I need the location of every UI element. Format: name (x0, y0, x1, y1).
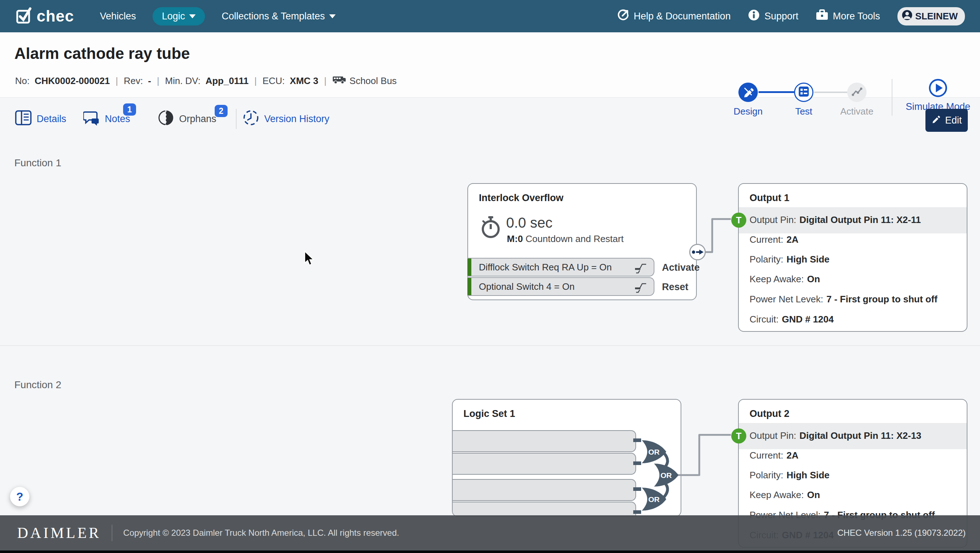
block-title: Interlock Overflow (479, 193, 563, 204)
output-1-block[interactable]: Output 1 T Output Pin:Digital Output Pin… (738, 183, 967, 332)
chec-logo[interactable]: chec (16, 6, 74, 26)
daimler-logo: DAIMLER (17, 524, 101, 542)
help-documentation-link[interactable]: Help & Documentation (617, 9, 730, 24)
footer-divider (111, 524, 112, 541)
block-title: Output 1 (749, 193, 789, 204)
caret-down-icon (189, 14, 196, 18)
condition-role-reset: Reset (662, 282, 689, 293)
stopwatch-icon (480, 215, 501, 240)
polarity-row: Polarity:High Side (749, 470, 830, 481)
orphans-half-circle-icon (158, 110, 174, 129)
user-menu[interactable]: SLEINEW (897, 7, 965, 25)
signal-edge-icon (633, 261, 648, 277)
version-history-clock-icon (243, 110, 259, 129)
tab-details[interactable]: Details (15, 108, 67, 130)
logic-condition-slot[interactable] (452, 453, 636, 475)
output-pin-row: Output Pin:Digital Output Pin 11: X2-11 (749, 214, 921, 226)
logic-condition-slot[interactable] (452, 502, 636, 517)
power-net-level-row: Power Net Levek:7 - First group to shut … (749, 294, 937, 305)
stepper-connector-done (759, 91, 794, 93)
briefcase-icon (816, 10, 829, 23)
or-gate[interactable]: OR (652, 462, 680, 488)
step-label-activate: Activate (832, 106, 882, 117)
svg-text:OR: OR (660, 471, 672, 480)
version-text: CHEC Version 1.25 (19073.2022) (837, 528, 966, 538)
or-gate[interactable]: OR (640, 439, 668, 465)
play-circle-icon (928, 92, 948, 99)
step-test[interactable] (794, 83, 813, 102)
chec-app-window: chec Vehicles Logic Collections & Templa… (0, 0, 980, 553)
section-divider (0, 346, 980, 346)
vehicle-type: School Bus (350, 75, 397, 86)
stepper-connector-upcoming (814, 92, 847, 93)
step-design[interactable] (738, 83, 758, 102)
svg-text:OR: OR (648, 495, 660, 504)
logic-number: CHK0002-000021 (35, 75, 110, 86)
nav-item-vehicles[interactable]: Vehicles (100, 11, 136, 22)
help-button[interactable]: ? (10, 487, 29, 506)
top-navbar: chec Vehicles Logic Collections & Templa… (0, 0, 980, 32)
keep-awake-row: Keep Awake:On (749, 274, 820, 285)
activate-chart-icon (851, 86, 863, 99)
logic-condition-slot[interactable] (452, 479, 636, 501)
trigger-badge: T (731, 213, 746, 228)
external-link-icon (617, 9, 629, 24)
caret-down-icon (329, 14, 336, 18)
logic-condition-slot[interactable] (452, 430, 636, 452)
user-icon (902, 10, 913, 23)
dot-arrow-icon (690, 245, 705, 259)
mouse-cursor (303, 251, 318, 266)
nav-item-collections-templates[interactable]: Collections & Templates (221, 11, 336, 22)
brand-name: chec (37, 7, 74, 25)
bottom-edge (0, 550, 980, 553)
or-gate[interactable]: OR (640, 486, 668, 512)
function-2-label: Function 2 (14, 379, 61, 391)
orphans-count-badge: 2 (215, 105, 228, 117)
block-title: Output 2 (749, 408, 789, 419)
circuit-row: Circuit:GND # 1204 (749, 314, 834, 325)
copyright-text: Copyright © 2023 Daimler Truck North Ame… (123, 528, 399, 538)
timer-value: 0.0 sec (506, 215, 552, 231)
ecu: XMC 3 (290, 75, 318, 86)
min-dv: App_0111 (205, 75, 248, 86)
current-row: Current:2A (749, 450, 799, 461)
tabs-divider (236, 109, 237, 129)
signal-edge-icon (633, 281, 648, 296)
edit-button[interactable]: Edit (926, 109, 968, 132)
design-pencil-icon (742, 86, 754, 99)
simulate-mode-button[interactable]: Simulate Mode (902, 78, 974, 112)
notes-bubbles-icon (83, 110, 100, 128)
details-panel-icon (15, 110, 32, 128)
more-tools-link[interactable]: More Tools (816, 10, 880, 23)
pencil-icon (932, 115, 941, 126)
tab-orphans[interactable]: Orphans (158, 108, 216, 130)
condition-activate[interactable]: Difflock Switch Req RA Up = On (468, 258, 654, 276)
tab-version-history[interactable]: Version History (243, 108, 329, 130)
function-1-label: Function 1 (14, 157, 61, 169)
nav-item-logic[interactable]: Logic (153, 7, 205, 25)
condition-reset[interactable]: Optional Switch 4 = On (468, 277, 654, 296)
school-bus-icon (332, 75, 346, 87)
check-logo-icon (16, 6, 32, 26)
info-icon (748, 9, 760, 24)
current-row: Current:2A (749, 234, 799, 245)
trigger-badge: T (731, 429, 746, 443)
step-label-test: Test (779, 106, 829, 117)
notes-count-badge: 1 (123, 104, 136, 116)
page-title: Alarm cathode ray tube (14, 45, 190, 62)
keep-awake-row: Keep Awake:On (749, 489, 820, 500)
logic-metadata: No:CHK0002-000021 | Rev:- | Min. DV:App_… (15, 75, 397, 87)
page-header: Alarm cathode ray tube No:CHK0002-000021… (0, 32, 980, 98)
svg-text:OR: OR (648, 448, 660, 456)
step-activate[interactable] (847, 83, 867, 102)
revision: - (148, 75, 151, 86)
condition-role-activate: Activate (662, 262, 700, 273)
polarity-row: Polarity:High Side (749, 254, 830, 265)
support-link[interactable]: Support (748, 9, 799, 24)
test-checklist-icon (799, 86, 809, 99)
block-title: Logic Set 1 (463, 408, 515, 419)
interlock-overflow-block[interactable]: Interlock Overflow 0.0 sec M:0 Countdown… (468, 183, 697, 300)
step-label-design: Design (723, 106, 773, 117)
timer-output-connector[interactable] (689, 244, 706, 260)
output-pin-row: Output Pin:Digital Output Pin 11: X2-13 (749, 430, 921, 441)
